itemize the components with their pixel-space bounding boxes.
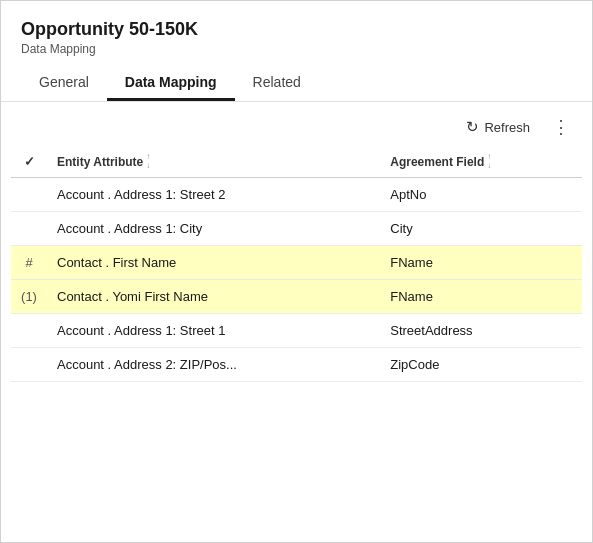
table-row[interactable]: (1)Contact . Yomi First NameFName — [11, 280, 582, 314]
cell-check — [11, 178, 47, 212]
tab-related[interactable]: Related — [235, 66, 319, 101]
cell-entity-attribute: Account . Address 1: Street 2 — [47, 178, 380, 212]
cell-agreement-field: AptNo — [380, 178, 582, 212]
tab-bar: General Data Mapping Related — [21, 66, 572, 101]
table-row[interactable]: Account . Address 1: CityCity — [11, 212, 582, 246]
cell-check — [11, 348, 47, 382]
cell-check — [11, 314, 47, 348]
table-row[interactable]: #Contact . First NameFName — [11, 246, 582, 280]
tab-data-mapping[interactable]: Data Mapping — [107, 66, 235, 101]
cell-agreement-field: FName — [380, 280, 582, 314]
cell-entity-attribute: Account . Address 2: ZIP/Pos... — [47, 348, 380, 382]
page-title: Opportunity 50-150K — [21, 19, 572, 40]
cell-check: (1) — [11, 280, 47, 314]
main-window: Opportunity 50-150K Data Mapping General… — [0, 0, 593, 543]
more-options-button[interactable]: ⋮ — [546, 116, 576, 138]
cell-check: # — [11, 246, 47, 280]
data-mapping-table: ✓ Entity Attribute ↑↓ Agreement Field ↑↓ — [11, 146, 582, 382]
cell-entity-attribute: Account . Address 1: Street 1 — [47, 314, 380, 348]
col-header-entity-attribute[interactable]: Entity Attribute ↑↓ — [47, 146, 380, 178]
cell-agreement-field: ZipCode — [380, 348, 582, 382]
refresh-button[interactable]: ↻ Refresh — [458, 114, 538, 140]
table-header: ✓ Entity Attribute ↑↓ Agreement Field ↑↓ — [11, 146, 582, 178]
cell-agreement-field: City — [380, 212, 582, 246]
header: Opportunity 50-150K Data Mapping General… — [1, 1, 592, 102]
cell-entity-attribute: Contact . Yomi First Name — [47, 280, 380, 314]
cell-agreement-field: FName — [380, 246, 582, 280]
tab-general[interactable]: General — [21, 66, 107, 101]
cell-agreement-field: StreetAddress — [380, 314, 582, 348]
table-container: ✓ Entity Attribute ↑↓ Agreement Field ↑↓ — [1, 146, 592, 542]
col-header-check: ✓ — [11, 146, 47, 178]
table-row[interactable]: Account . Address 2: ZIP/Pos...ZipCode — [11, 348, 582, 382]
refresh-icon: ↻ — [466, 118, 479, 136]
col-header-agreement-field[interactable]: Agreement Field ↑↓ — [380, 146, 582, 178]
page-subtitle: Data Mapping — [21, 42, 572, 56]
table-row[interactable]: Account . Address 1: Street 2AptNo — [11, 178, 582, 212]
table-body: Account . Address 1: Street 2AptNoAccoun… — [11, 178, 582, 382]
toolbar: ↻ Refresh ⋮ — [1, 102, 592, 146]
cell-check — [11, 212, 47, 246]
cell-entity-attribute: Account . Address 1: City — [47, 212, 380, 246]
cell-entity-attribute: Contact . First Name — [47, 246, 380, 280]
refresh-label: Refresh — [484, 120, 530, 135]
table-row[interactable]: Account . Address 1: Street 1StreetAddre… — [11, 314, 582, 348]
